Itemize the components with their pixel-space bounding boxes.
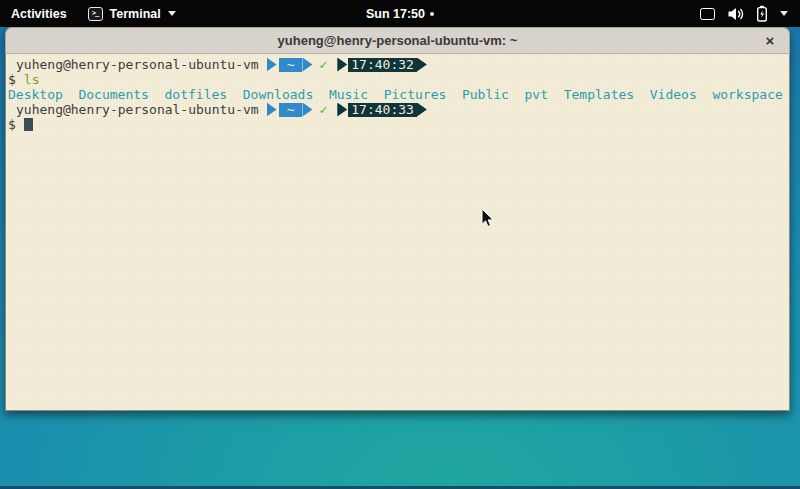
volume-icon: [727, 7, 744, 21]
powerline-arrow-icon: [417, 103, 427, 117]
powerline-arrow-icon: [267, 58, 277, 72]
prompt-cwd-badge: ~: [279, 58, 303, 72]
directory-name: Documents: [78, 87, 148, 102]
terminal-window: yuheng@henry-personal-ubuntu-vm: ~ × yuh…: [5, 27, 790, 411]
app-menu-terminal[interactable]: >_ Terminal: [78, 0, 186, 27]
prompt-line: yuheng@henry-personal-ubuntu-vm ~ ✓ 17:4…: [8, 102, 787, 117]
top-bar: Activities >_ Terminal Sun 17:50: [0, 0, 800, 27]
notification-dot-icon: [430, 12, 434, 16]
app-menu-label: Terminal: [110, 7, 161, 21]
directory-name: Videos: [650, 87, 697, 102]
battery-charging-icon: [756, 5, 768, 22]
directory-name: Templates: [564, 87, 634, 102]
directory-name: workspace: [712, 87, 782, 102]
terminal-icon-glyph: >_: [92, 10, 98, 17]
directory-name: Desktop: [8, 87, 63, 102]
window-title: yuheng@henry-personal-ubuntu-vm: ~: [278, 33, 518, 48]
command-text: ls: [24, 72, 40, 87]
prompt-time-badge: 17:40:33: [348, 103, 417, 117]
prompt-user: yuheng@henry-personal-ubuntu-vm: [16, 57, 259, 72]
chevron-down-icon: [780, 11, 788, 16]
prompt-user: yuheng@henry-personal-ubuntu-vm: [16, 102, 259, 117]
directory-name: Music: [329, 87, 368, 102]
powerline-arrow-icon: [337, 58, 347, 72]
directory-name: Pictures: [384, 87, 447, 102]
powerline-arrow-icon: [302, 103, 312, 117]
directory-name: dotfiles: [165, 87, 228, 102]
directory-name: pvt: [525, 87, 548, 102]
terminal-content[interactable]: yuheng@henry-personal-ubuntu-vm ~ ✓ 17:4…: [5, 54, 790, 411]
powerline-arrow-icon: [417, 58, 427, 72]
prompt-time-badge: 17:40:32: [348, 58, 417, 72]
text-cursor: [24, 118, 33, 131]
directory-name: Downloads: [243, 87, 313, 102]
prompt-symbol: $: [8, 117, 16, 132]
activities-button[interactable]: Activities: [0, 0, 78, 27]
prompt-line: yuheng@henry-personal-ubuntu-vm ~ ✓ 17:4…: [8, 57, 787, 72]
prompt-cwd-badge: ~: [279, 103, 303, 117]
system-status-area[interactable]: [688, 0, 800, 27]
close-icon[interactable]: ×: [760, 31, 780, 51]
command-line: $ ls: [8, 72, 787, 87]
terminal-icon: >_: [88, 7, 103, 21]
ls-output: DesktopDocumentsdotfilesDownloadsMusicPi…: [8, 87, 787, 102]
clock-label: Sun 17:50: [366, 7, 425, 21]
powerline-arrow-icon: [337, 103, 347, 117]
powerline-arrow-icon: [267, 103, 277, 117]
check-icon: ✓: [319, 57, 327, 72]
window-titlebar[interactable]: yuheng@henry-personal-ubuntu-vm: ~ ×: [5, 27, 790, 54]
chevron-down-icon: [168, 11, 176, 16]
directory-name: Public: [462, 87, 509, 102]
command-line-current[interactable]: $: [8, 117, 787, 132]
prompt-symbol: $: [8, 72, 16, 87]
powerline-arrow-icon: [302, 58, 312, 72]
check-icon: ✓: [319, 102, 327, 117]
top-bar-left: Activities >_ Terminal: [0, 0, 186, 27]
screen-share-icon: [700, 8, 715, 20]
